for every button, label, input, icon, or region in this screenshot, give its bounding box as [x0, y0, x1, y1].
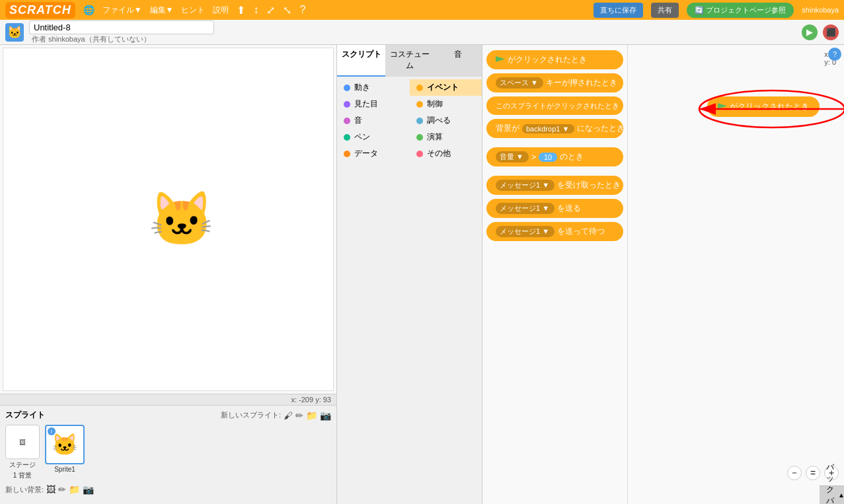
globe-icon[interactable]: 🌐 — [83, 5, 95, 15]
tab-scripts[interactable]: スクリプト — [337, 45, 385, 77]
menu-about[interactable]: 説明 — [213, 5, 229, 16]
block-send-wait[interactable]: メッセージ1 ▼ を送って待つ — [486, 222, 623, 241]
upload-sprite-btn[interactable]: 📁 — [306, 410, 317, 421]
stage-canvas: 🐱 — [3, 48, 334, 391]
cat-dot-motion — [344, 85, 350, 91]
cat-looks[interactable]: 見た目 — [337, 96, 410, 112]
receive-dropdown[interactable]: メッセージ1 ▼ — [496, 180, 555, 191]
cat-operator[interactable]: 演算 — [410, 129, 482, 145]
cat-label-sensing: 調べる — [427, 115, 451, 126]
stop-button[interactable]: ⬛ — [823, 24, 839, 40]
help-icon[interactable]: ? — [299, 4, 305, 16]
block-sprite-clicked-label: このスプライトがクリックされたとき — [496, 101, 619, 111]
cat-label-data: データ — [354, 148, 378, 159]
block-key-pressed[interactable]: スペース ▼ キーが押されたとき — [486, 73, 623, 92]
block-flag-clicked-label: がクリックされたとき — [508, 54, 587, 65]
cat-sensing[interactable]: 調べる — [410, 112, 482, 129]
block-key-label: キーが押されたとき — [546, 77, 617, 89]
project-name-input[interactable] — [29, 20, 214, 34]
bg-paint-btn[interactable]: 🖼 — [46, 484, 56, 495]
bg-upload-btn[interactable]: 📁 — [69, 484, 80, 495]
cat-sound[interactable]: 音 — [337, 112, 410, 129]
help-button[interactable]: ? — [828, 48, 841, 61]
sprite1-entry: i 🐱 Sprite1 — [45, 425, 85, 480]
author-info: 作者 shinkobaya（共有していない） — [32, 34, 214, 44]
send-wait-dropdown[interactable]: メッセージ1 ▼ — [496, 226, 555, 237]
cat-motion[interactable]: 動き — [337, 79, 410, 96]
stage-coords: x: -209 y: 93 — [0, 394, 336, 405]
sprite-small-thumb: 🐱 — [5, 23, 24, 42]
block-flag-clicked[interactable]: がクリックされたとき — [486, 50, 623, 69]
backdrop-dropdown[interactable]: backdrop1 ▼ — [522, 124, 574, 133]
save-button[interactable]: 直ちに保存 — [594, 3, 643, 18]
block-backdrop-prefix: 背景が — [496, 123, 519, 134]
block-volume-gt: > — [531, 153, 536, 162]
cat-label-motion: 動き — [354, 82, 370, 93]
blocks-category-area: スクリプト コスチューム 音 動き 見た目 音 — [337, 45, 482, 504]
cat-dot-looks — [344, 101, 350, 108]
cat-pen[interactable]: ペン — [337, 129, 410, 145]
secondbar: 🐱 作者 shinkobaya（共有していない） ▶ ⬛ — [0, 20, 844, 45]
blocks-palette: がクリックされたとき スペース ▼ キーが押されたとき このスプライトがクリック… — [482, 45, 628, 504]
cat-dot-events — [416, 85, 423, 91]
share-button[interactable]: 共有 — [651, 3, 679, 18]
cat-dot-sensing — [416, 118, 423, 124]
cat-events[interactable]: イベント — [410, 79, 482, 96]
volume-dropdown[interactable]: 音量 ▼ — [496, 151, 529, 162]
expand-icon[interactable]: ⤢ — [266, 4, 275, 17]
new-bg-label: 新しい背景: — [5, 485, 44, 495]
shrink-icon[interactable]: ⤡ — [283, 4, 291, 17]
cat-label-events: イベント — [427, 82, 459, 93]
menu-hints[interactable]: ヒント — [181, 5, 205, 16]
send-dropdown[interactable]: メッセージ1 ▼ — [496, 203, 555, 214]
key-dropdown[interactable]: スペース ▼ — [496, 77, 543, 89]
fullscreen-icon[interactable]: ↕ — [253, 4, 258, 16]
placed-block-flag[interactable]: がクリックされたとき — [707, 96, 820, 117]
stage-thumb[interactable]: 🖼 — [5, 425, 40, 459]
user-name: shinkobaya — [802, 6, 839, 14]
bg-camera-btn[interactable]: 📷 — [83, 484, 94, 495]
new-bg-area: 新しい背景: 🖼 ✏ 📁 📷 — [5, 484, 331, 495]
tab-costumes[interactable]: コスチューム — [385, 45, 434, 77]
cat-control[interactable]: 制御 — [410, 96, 482, 112]
sprite-panel-title: スプライト — [5, 410, 45, 421]
menubar: SCRATCH 🌐 ファイル▼ 編集▼ ヒント 説明 ⬆ ↕ ⤢ ⤡ ? 直ちに… — [0, 0, 844, 20]
upload-icon[interactable]: ⬆ — [237, 4, 245, 17]
block-receive-msg[interactable]: メッセージ1 ▼ を受け取ったとき — [486, 176, 623, 195]
zoom-reset-btn[interactable]: = — [806, 466, 820, 480]
right-cols: がクリックされたとき スペース ▼ キーが押されたとき このスプライトがクリック… — [482, 45, 844, 504]
main-area: 🐱 x: -209 y: 93 スプライト 新しいスプライト: 🖌 ✏ 📁 📷 … — [0, 45, 844, 504]
cat-dot-more — [416, 151, 423, 157]
new-sprite-label: 新しいスプライト: — [221, 410, 281, 420]
camera-sprite-btn[interactable]: 📷 — [320, 410, 331, 421]
block-volume[interactable]: 音量 ▼ > 10 のとき — [486, 147, 623, 166]
cat-data[interactable]: データ — [337, 145, 410, 162]
stage-area: 🐱 x: -209 y: 93 スプライト 新しいスプライト: 🖌 ✏ 📁 📷 … — [0, 45, 337, 504]
backpack-label: バックパック — [826, 462, 834, 505]
tab-sounds[interactable]: 音 — [434, 45, 482, 77]
block-volume-num[interactable]: 10 — [539, 153, 557, 162]
backpack-arrow[interactable]: ▲ — [838, 491, 844, 499]
script-canvas[interactable]: がクリックされたとき x: 0 y: 0 ? － = ＋ — [628, 45, 844, 504]
green-flag-button[interactable]: ▶ — [802, 24, 818, 40]
add-sprite-btn[interactable]: ✏ — [295, 410, 303, 421]
block-sprite-clicked[interactable]: このスプライトがクリックされたとき — [486, 96, 623, 115]
menu-edit[interactable]: 編集▼ — [150, 5, 174, 16]
block-send-label: を送る — [557, 203, 581, 214]
bg-edit-btn[interactable]: ✏ — [58, 484, 66, 495]
paint-sprite-btn[interactable]: 🖌 — [284, 410, 293, 421]
category-list-left: 動き 見た目 音 ペン データ — [337, 77, 410, 504]
block-send-msg[interactable]: メッセージ1 ▼ を送る — [486, 199, 623, 218]
tabs: スクリプト コスチューム 音 — [337, 45, 482, 77]
category-list-right: イベント 制御 調べる 演算 その他 — [410, 77, 482, 504]
menu-file[interactable]: ファイル▼ — [102, 5, 142, 16]
sprites-list: 🖼 ステージ 1 背景 i 🐱 Sprite1 — [5, 425, 331, 480]
block-backdrop[interactable]: 背景が backdrop1 ▼ になったとき — [486, 119, 623, 138]
cat-more[interactable]: その他 — [410, 145, 482, 162]
scratch-logo: SCRATCH — [5, 2, 75, 18]
project-page-button[interactable]: 🔄 プロジェクトページ参照 — [687, 3, 794, 18]
zoom-out-btn[interactable]: － — [787, 466, 802, 480]
cat-sprite: 🐱 — [149, 188, 215, 250]
sprite1-thumb[interactable]: i 🐱 — [45, 425, 85, 464]
cat-label-sound: 音 — [354, 115, 362, 126]
